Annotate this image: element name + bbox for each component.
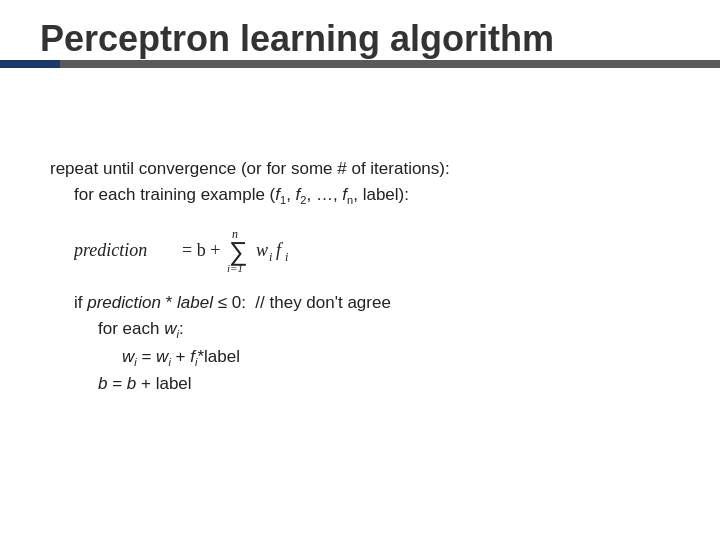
svg-text:w: w <box>256 240 268 260</box>
label-italic: label <box>177 293 213 312</box>
line-for-wi: for each wi: <box>98 316 670 343</box>
prediction-italic: prediction <box>87 293 161 312</box>
wi-update-italic: wi <box>122 347 137 366</box>
fi-italic: fi <box>190 347 197 366</box>
svg-text:i=1: i=1 <box>227 262 243 274</box>
wi-italic: wi <box>164 319 179 338</box>
f1-sub: 1 <box>280 195 286 207</box>
line-wi-update: wi = wi + fi*label <box>122 344 670 371</box>
wi-rhs-sub: i <box>168 356 170 368</box>
slide-title: Perceptron learning algorithm <box>0 0 720 60</box>
svg-text:= b +: = b + <box>182 240 220 260</box>
content-area: repeat until convergence (or for some # … <box>0 128 720 417</box>
line-b-update: b = b + label <box>98 371 670 397</box>
svg-text:n: n <box>232 227 238 241</box>
wi-rhs-italic: wi <box>156 347 171 366</box>
f2-sub: 2 <box>300 195 306 207</box>
title-accent-bar <box>0 60 60 68</box>
b-rhs-italic: b <box>127 374 136 393</box>
line-for-each: for each training example (f1, f2, …, fn… <box>74 182 670 209</box>
wi-update-sub: i <box>134 356 136 368</box>
svg-text:i: i <box>269 250 272 264</box>
formula-svg: prediction = b + ∑ n i=1 w i f i <box>74 224 354 276</box>
title-divider-bar <box>0 60 720 68</box>
b-italic: b <box>98 374 107 393</box>
line-if: if prediction * label ≤ 0: // they don't… <box>74 290 670 316</box>
fn-sub: n <box>347 195 353 207</box>
slide: Perceptron learning algorithm repeat unt… <box>0 0 720 540</box>
svg-text:f: f <box>276 240 284 260</box>
fi-sub: i <box>195 356 197 368</box>
svg-text:prediction: prediction <box>74 240 147 260</box>
line-repeat: repeat until convergence (or for some # … <box>50 156 670 182</box>
formula-block: prediction = b + ∑ n i=1 w i f i <box>74 224 670 276</box>
svg-text:i: i <box>285 250 288 264</box>
wi-sub: i <box>176 329 178 341</box>
